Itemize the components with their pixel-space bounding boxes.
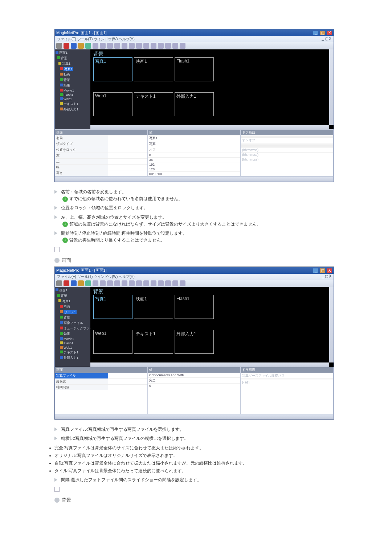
toolbar-icon[interactable] bbox=[172, 43, 178, 49]
menu-help[interactable]: ヘルプ(H) bbox=[119, 275, 135, 279]
close-icon[interactable]: X bbox=[327, 31, 332, 35]
tree-item[interactable]: 背景 bbox=[56, 293, 90, 299]
scrollbar-h[interactable] bbox=[55, 414, 334, 419]
toolbar-icon[interactable] bbox=[64, 43, 69, 49]
canvas-cell-movie[interactable]: 映画1 bbox=[134, 295, 173, 319]
toolbar-icon[interactable] bbox=[78, 280, 84, 286]
menu-file[interactable]: ファイル(F) bbox=[57, 37, 76, 41]
scrollbar-v[interactable] bbox=[329, 49, 334, 125]
tree-item[interactable]: Web1 bbox=[56, 97, 90, 101]
checkbox[interactable] bbox=[54, 247, 60, 252]
toolbar-icon[interactable] bbox=[151, 280, 156, 286]
toolbar-icon[interactable] bbox=[100, 43, 106, 49]
canvas-cell-ext[interactable]: 外部入力1 bbox=[175, 330, 214, 354]
tree-item[interactable]: Movie1 bbox=[56, 88, 90, 93]
prop-value[interactable]: 00:00:00 bbox=[148, 172, 240, 176]
tree-pane[interactable]: 画面1背景写真1写真1動画背景効果Movie1Flash1Web1テキスト1外部… bbox=[55, 49, 90, 129]
toolbar-icon[interactable] bbox=[136, 280, 142, 286]
tree-item[interactable]: Flash1 bbox=[56, 93, 90, 97]
prop-key[interactable]: 名前 bbox=[55, 135, 108, 141]
toolbar-icon[interactable] bbox=[180, 43, 185, 49]
canvas-cell-web[interactable]: Web1 bbox=[93, 330, 132, 354]
tree-item[interactable]: ミュージックファイル bbox=[56, 326, 90, 331]
toolbar-icon[interactable] bbox=[122, 280, 127, 286]
canvas-cell-movie[interactable]: 映画1 bbox=[134, 57, 173, 81]
menu-window[interactable]: ウインドウ(W) bbox=[94, 275, 118, 279]
menu-file[interactable]: ファイル(F) bbox=[57, 275, 76, 279]
toolbar-icon[interactable] bbox=[158, 43, 164, 49]
toolbar-icon[interactable] bbox=[85, 43, 91, 49]
prop-key[interactable]: 写真ファイル bbox=[55, 373, 108, 378]
toolbar-icon[interactable] bbox=[64, 280, 69, 286]
minimize-icon[interactable]: _ bbox=[313, 268, 318, 273]
prop-key[interactable]: 高さ bbox=[55, 170, 108, 176]
prop-value[interactable]: C:\Documents and Setti... bbox=[148, 373, 240, 377]
checkbox[interactable] bbox=[54, 487, 60, 492]
toolbar-icon[interactable] bbox=[136, 43, 142, 49]
tree-item[interactable]: ソース1 bbox=[56, 309, 90, 315]
minimize-icon[interactable]: _ bbox=[313, 31, 318, 35]
tree-item[interactable]: Flash1 bbox=[56, 341, 90, 345]
tree-pane[interactable]: 画面1背景写真1画面ソース1背景画像ファイルミュージックファイル効果Movie1… bbox=[55, 287, 90, 367]
tree-item[interactable]: 写真1 bbox=[56, 61, 90, 66]
prop-value[interactable]: 36 bbox=[148, 158, 240, 162]
prop-value[interactable]: 写真 bbox=[148, 141, 240, 147]
prop-key[interactable]: 開始時刻 bbox=[55, 176, 108, 177]
menu-help[interactable]: ヘルプ(H) bbox=[119, 37, 135, 41]
toolbar-icon[interactable] bbox=[85, 280, 91, 286]
prop-value[interactable]: オフ bbox=[148, 147, 240, 153]
prop-key[interactable]: 上 bbox=[55, 159, 108, 164]
toolbar-icon[interactable] bbox=[107, 43, 113, 49]
toolbar-icon[interactable] bbox=[100, 280, 106, 286]
prop-key[interactable]: 時間間隔 bbox=[55, 385, 108, 390]
prop-key[interactable]: 領域タイプ bbox=[55, 141, 108, 147]
toolbar-icon[interactable] bbox=[114, 280, 120, 286]
tree-item[interactable]: テキスト1 bbox=[56, 350, 90, 355]
toolbar-icon[interactable] bbox=[143, 280, 149, 286]
tree-item[interactable]: テキスト1 bbox=[56, 101, 90, 107]
tree-item[interactable]: 画像ファイル bbox=[56, 320, 90, 326]
tree-item[interactable]: Movie1 bbox=[56, 337, 90, 341]
tree-item[interactable]: 背景 bbox=[56, 77, 90, 83]
scrollbar-h[interactable] bbox=[90, 362, 329, 367]
mdi-controls[interactable]: _ ▢ X bbox=[322, 37, 331, 42]
canvas-cell-flash[interactable]: Flash1 bbox=[175, 57, 214, 81]
canvas-cell-flash[interactable]: Flash1 bbox=[175, 295, 214, 319]
toolbar-icon[interactable] bbox=[129, 43, 135, 49]
toolbar-icon[interactable] bbox=[122, 43, 127, 49]
toolbar-icon[interactable] bbox=[158, 280, 164, 286]
toolbar-icon[interactable] bbox=[78, 43, 84, 49]
prop-value[interactable]: 0 bbox=[148, 153, 240, 157]
scrollbar-h[interactable] bbox=[90, 125, 329, 129]
tree-item[interactable]: 効果 bbox=[56, 83, 90, 88]
tree-item[interactable]: 背景 bbox=[56, 56, 90, 61]
scrollbar-h[interactable] bbox=[55, 177, 334, 182]
toolbar-icon[interactable] bbox=[71, 280, 77, 286]
close-icon[interactable]: X bbox=[327, 268, 332, 273]
toolbar-icon[interactable] bbox=[71, 43, 77, 49]
toolbar-icon[interactable] bbox=[151, 43, 156, 49]
menu-tool[interactable]: ツール(T) bbox=[77, 275, 93, 279]
canvas[interactable]: 背景 写真1 映画1 Flash1 Web1 テキスト1 外部入力1 bbox=[90, 287, 334, 367]
toolbar-icon[interactable] bbox=[56, 43, 62, 49]
tree-item[interactable]: 効果 bbox=[56, 331, 90, 337]
mdi-controls[interactable]: _ ▢ X bbox=[322, 274, 331, 279]
tree-item[interactable]: 写真1 bbox=[56, 66, 90, 72]
prop-value[interactable]: 0 bbox=[148, 384, 240, 388]
tree-item[interactable]: 画面1 bbox=[56, 288, 90, 293]
menu-window[interactable]: ウインドウ(W) bbox=[94, 37, 118, 41]
canvas-cell-text[interactable]: テキスト1 bbox=[134, 330, 173, 354]
toolbar-icon[interactable] bbox=[93, 280, 98, 286]
canvas-cell-web[interactable]: Web1 bbox=[93, 92, 132, 116]
prop-key[interactable]: 幅 bbox=[55, 165, 108, 170]
tree-item[interactable]: 写真1 bbox=[56, 299, 90, 304]
prop-value[interactable]: 128 bbox=[148, 167, 240, 171]
tree-item[interactable]: 外部入力1 bbox=[56, 107, 90, 112]
tree-item[interactable]: 背景 bbox=[56, 315, 90, 320]
toolbar-icon[interactable] bbox=[180, 280, 185, 286]
scrollbar-v[interactable] bbox=[329, 287, 334, 362]
menu-tool[interactable]: ツール(T) bbox=[77, 37, 93, 41]
prop-value[interactable]: 写真1 bbox=[148, 135, 240, 141]
toolbar-icon[interactable] bbox=[56, 280, 62, 286]
tree-item[interactable]: 動画 bbox=[56, 72, 90, 77]
